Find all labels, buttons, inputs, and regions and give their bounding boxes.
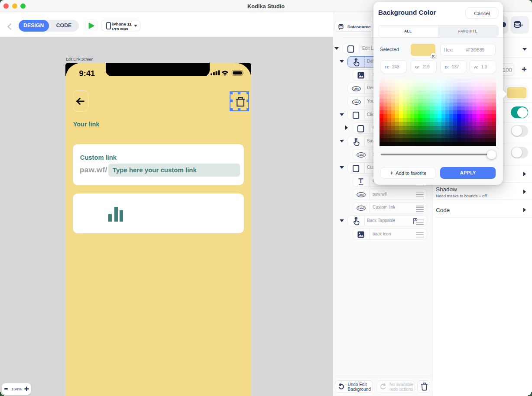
- svg-text:Label: Label: [358, 194, 363, 196]
- svg-text:Label: Label: [358, 154, 363, 156]
- svg-text:Label: Label: [358, 207, 363, 209]
- svg-text:Label: Label: [354, 88, 359, 90]
- svg-text:Label: Label: [354, 101, 359, 103]
